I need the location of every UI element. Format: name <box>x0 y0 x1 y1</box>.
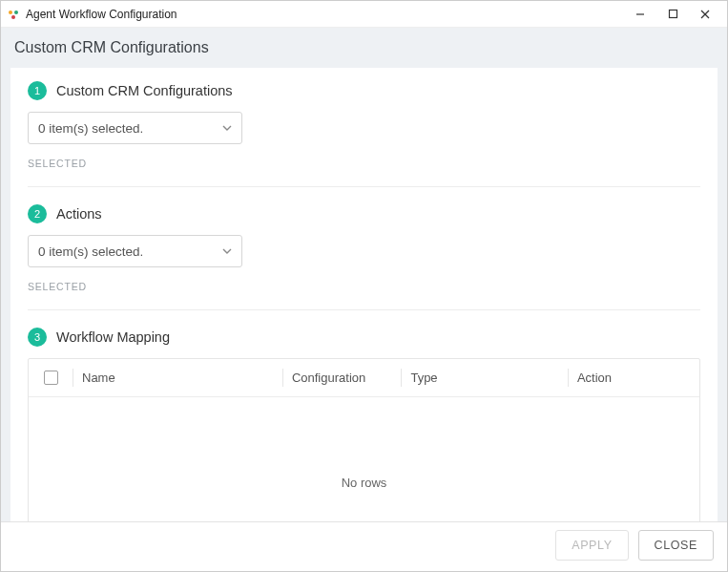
page-heading: Custom CRM Configurations <box>1 28 727 68</box>
crm-config-dropdown[interactable]: 0 item(s) selected. <box>28 112 242 144</box>
close-icon <box>699 9 711 20</box>
selected-label-crm: SELECTED <box>28 158 700 169</box>
section-head-crm: 1 Custom CRM Configurations <box>28 81 700 100</box>
workflow-mapping-table: Name Configuration Type Action No rows <box>28 358 700 521</box>
table-header-name: Name <box>73 359 282 396</box>
divider <box>28 309 700 310</box>
chevron-down-icon <box>222 248 232 254</box>
content-area: 1 Custom CRM Configurations 0 item(s) se… <box>1 68 727 521</box>
table-header: Name Configuration Type Action <box>29 359 699 397</box>
svg-point-2 <box>11 15 15 19</box>
table-empty-state: No rows <box>29 397 699 521</box>
maximize-icon <box>668 9 678 19</box>
app-icon <box>7 8 20 21</box>
section-crm-configurations: 1 Custom CRM Configurations 0 item(s) se… <box>28 81 700 187</box>
minimize-icon <box>634 9 646 20</box>
table-header-action: Action <box>568 359 699 396</box>
titlebar: Agent Workflow Configuration <box>1 1 727 28</box>
svg-point-0 <box>9 11 12 14</box>
select-all-checkbox[interactable] <box>44 371 58 385</box>
scroll-panel[interactable]: 1 Custom CRM Configurations 0 item(s) se… <box>10 68 718 521</box>
section-head-actions: 2 Actions <box>28 204 700 223</box>
section-head-mapping: 3 Workflow Mapping <box>28 328 700 347</box>
chevron-down-icon <box>222 125 232 131</box>
selected-label-actions: SELECTED <box>28 281 700 292</box>
window-title: Agent Workflow Configuration <box>26 8 624 21</box>
crm-config-dropdown-value: 0 item(s) selected. <box>38 121 143 136</box>
section-workflow-mapping: 3 Workflow Mapping Name Configuration Ty… <box>28 328 700 521</box>
section-actions: 2 Actions 0 item(s) selected. SELECTED <box>28 204 700 310</box>
section-title-actions: Actions <box>56 206 102 222</box>
step-badge-1: 1 <box>28 81 47 100</box>
actions-dropdown[interactable]: 0 item(s) selected. <box>28 235 242 267</box>
close-window-button[interactable] <box>689 3 721 26</box>
step-badge-2: 2 <box>28 204 47 223</box>
window-controls <box>624 3 721 26</box>
close-button[interactable]: CLOSE <box>638 530 714 561</box>
apply-button[interactable]: APPLY <box>555 530 628 561</box>
table-header-configuration: Configuration <box>282 359 402 396</box>
svg-point-1 <box>14 11 18 14</box>
divider <box>28 186 700 187</box>
maximize-button[interactable] <box>656 3 689 26</box>
section-title-mapping: Workflow Mapping <box>56 329 170 345</box>
footer: APPLY CLOSE <box>1 521 727 567</box>
step-badge-3: 3 <box>28 328 47 347</box>
table-header-type: Type <box>401 359 567 396</box>
actions-dropdown-value: 0 item(s) selected. <box>38 244 143 259</box>
table-header-checkbox-cell <box>29 359 73 396</box>
minimize-button[interactable] <box>624 3 656 26</box>
svg-rect-4 <box>669 11 676 18</box>
section-title-crm: Custom CRM Configurations <box>56 83 233 98</box>
